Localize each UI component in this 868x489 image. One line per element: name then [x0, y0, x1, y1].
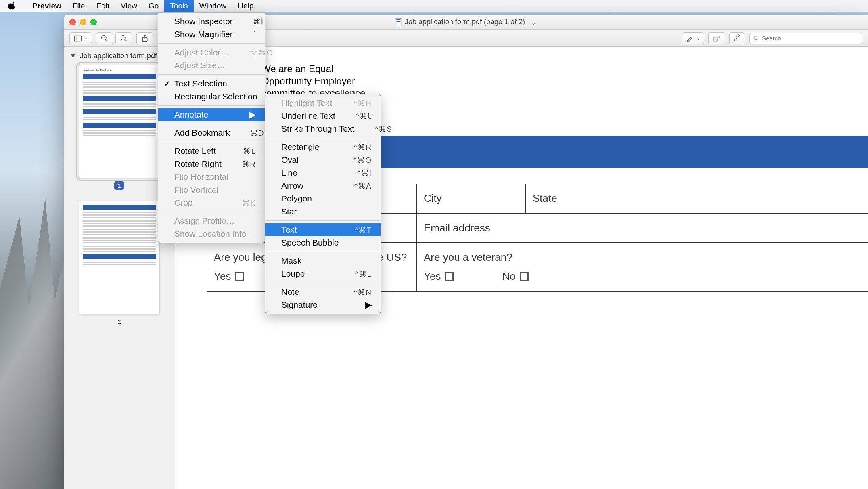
checkbox-eligible-yes[interactable]: [235, 272, 244, 281]
annotate-menu-item-separator: [265, 138, 381, 138]
sidebar-layout-icon: [74, 34, 82, 42]
keyboard-shortcut: ^⌘L: [335, 269, 372, 279]
keyboard-shortcut: ^⌘R: [333, 143, 372, 152]
annotate-menu-item-label: Mask: [281, 256, 301, 266]
apple-logo-icon[interactable]: [8, 2, 17, 10]
annotate-menu-item-label: Speech Bubble: [281, 238, 339, 248]
tools-menu-item-label: Assign Profile…: [174, 216, 234, 226]
window-controls: [69, 19, 97, 25]
annotate-menu-item-mask[interactable]: Mask: [265, 254, 381, 267]
annotate-menu-item-arrow[interactable]: Arrow^⌘A: [265, 179, 381, 192]
annotate-menu-item-signature[interactable]: Signature▶: [265, 298, 381, 311]
sidebar-file-header[interactable]: ▼ Job application form.pdf: [69, 52, 169, 60]
annotate-menu-item-label: Highlight Text: [281, 98, 332, 108]
checkbox-veteran-no[interactable]: [520, 272, 529, 281]
tools-menu-item-label: Adjust Size…: [174, 61, 225, 70]
annotate-menu-item-note[interactable]: Note^⌘N: [265, 285, 381, 298]
menubar-item-tools[interactable]: Tools: [164, 0, 193, 13]
tools-menu-item-separator: [158, 74, 265, 75]
tools-menu-item-adjust-size: Adjust Size…: [158, 59, 265, 72]
tools-menu: Show Inspector⌘IShow Magnifier`Adjust Co…: [158, 12, 265, 243]
annotate-menu-item-line[interactable]: Line^⌘I: [265, 166, 381, 179]
keyboard-shortcut: ^⌘N: [333, 288, 372, 297]
keyboard-shortcut: ^⌘T: [334, 225, 372, 235]
pen-icon: [733, 34, 742, 43]
highlight-button[interactable]: ⌄: [682, 32, 704, 44]
annotate-menu-item-label: Rectangle: [281, 142, 320, 152]
field-city: City: [417, 184, 526, 213]
annotate-menu-item-polygon[interactable]: Polygon: [265, 192, 381, 205]
search-field[interactable]: [749, 33, 862, 44]
keyboard-shortcut: ^⌘O: [333, 155, 372, 165]
submenu-arrow-icon: ▶: [349, 300, 372, 310]
annotate-menu-item-loupe[interactable]: Loupe^⌘L: [265, 267, 381, 280]
zoom-out-icon: [100, 34, 109, 42]
chevron-down-icon: ⌄: [696, 36, 700, 40]
annotate-menu-item-label: Underline Text: [281, 111, 335, 121]
zoom-out-button[interactable]: [96, 32, 113, 44]
menubar-item-edit[interactable]: Edit: [90, 0, 115, 13]
annotate-menu-item-label: Oval: [281, 155, 299, 165]
field-veteran: Are you a veteran? Yes No: [417, 243, 623, 291]
keyboard-shortcut: ^⌘H: [333, 99, 372, 108]
menubar-item-window[interactable]: Window: [194, 0, 232, 13]
markup-toolbar-button[interactable]: [729, 32, 745, 44]
disclosure-triangle-icon[interactable]: ▼: [69, 52, 77, 60]
zoom-in-button[interactable]: [115, 32, 132, 44]
minimize-window-button[interactable]: [80, 19, 86, 25]
tools-menu-item-rectangular-selection[interactable]: Rectangular Selection: [158, 90, 265, 103]
tools-menu-item-label: Annotate: [174, 110, 208, 120]
tools-menu-item-show-magnifier[interactable]: Show Magnifier`: [158, 28, 265, 41]
annotate-menu-item-oval[interactable]: Oval^⌘O: [265, 153, 381, 166]
tools-menu-item-label: Rotate Left: [174, 146, 216, 156]
tools-menu-item-label: Show Location Info: [174, 229, 247, 239]
search-input[interactable]: [762, 35, 859, 42]
annotate-menu-item-star[interactable]: Star: [265, 205, 381, 218]
tools-menu-item-label: Rectangular Selection: [174, 92, 257, 101]
window-title[interactable]: Job application form.pdf (page 1 of 2) ⌄: [395, 18, 537, 27]
menubar-app-name[interactable]: Preview: [27, 0, 67, 13]
tools-menu-item-label: Rotate Right: [174, 159, 222, 169]
zoom-window-button[interactable]: [90, 19, 97, 25]
tools-menu-item-flip-vertical: Flip Vertical: [158, 183, 265, 196]
menubar-item-view[interactable]: View: [115, 0, 143, 13]
tools-menu-item-rotate-left[interactable]: Rotate Left⌘L: [158, 145, 265, 157]
annotate-menu-item-strike-through-text[interactable]: Strike Through Text^⌘S: [265, 122, 381, 135]
svg-line-3: [106, 39, 107, 41]
share-button[interactable]: [136, 32, 153, 44]
menubar-item-go[interactable]: Go: [143, 0, 164, 13]
title-dropdown-caret-icon[interactable]: ⌄: [531, 18, 537, 27]
tools-menu-item-show-inspector[interactable]: Show Inspector⌘I: [158, 15, 265, 28]
annotate-menu-item-highlight-text: Highlight Text^⌘H: [265, 97, 381, 109]
close-window-button[interactable]: [69, 19, 76, 25]
annotate-menu-item-label: Polygon: [281, 194, 312, 204]
menubar-item-help[interactable]: Help: [232, 0, 259, 13]
zoom-in-icon: [120, 34, 128, 42]
keyboard-shortcut: `: [233, 30, 256, 39]
tools-menu-item-annotate[interactable]: Annotate▶: [158, 108, 265, 121]
tools-menu-item-rotate-right[interactable]: Rotate Right⌘R: [158, 157, 265, 170]
keyboard-shortcut: ^⌘S: [354, 124, 392, 134]
page-thumbnail-2[interactable]: [79, 201, 160, 314]
annotate-menu-item-text[interactable]: Text^⌘T: [265, 223, 381, 236]
checkbox-veteran-yes[interactable]: [445, 272, 454, 281]
tools-menu-item-show-location-info: Show Location Info: [158, 227, 265, 240]
menubar-item-file[interactable]: File: [67, 0, 91, 13]
keyboard-shortcut: ^⌘A: [334, 181, 372, 191]
annotate-menu-item-underline-text[interactable]: Underline Text^⌘U: [265, 109, 381, 122]
annotate-menu-item-speech-bubble[interactable]: Speech Bubble: [265, 236, 381, 249]
tools-menu-item-text-selection[interactable]: ✓Text Selection: [158, 77, 265, 90]
annotate-menu-item-label: Arrow: [281, 181, 303, 191]
document-icon: [395, 18, 402, 26]
annotate-menu-item-rectangle[interactable]: Rectangle^⌘R: [265, 141, 381, 153]
annotate-menu-item-label: Strike Through Text: [281, 124, 354, 134]
desktop-wallpaper-detail: [0, 126, 65, 489]
svg-rect-0: [75, 36, 82, 41]
tools-menu-item-label: Show Inspector: [174, 17, 233, 26]
view-mode-button[interactable]: ⌄: [69, 32, 92, 44]
tools-menu-item-adjust-color: Adjust Color…⌥⌘C: [158, 46, 265, 59]
tools-menu-item-add-bookmark[interactable]: Add Bookmark⌘D: [158, 126, 265, 139]
rotate-button[interactable]: [708, 32, 725, 44]
page-thumbnail-1[interactable]: Application For Employment: [79, 65, 160, 178]
annotate-menu-item-label: Line: [281, 168, 297, 178]
